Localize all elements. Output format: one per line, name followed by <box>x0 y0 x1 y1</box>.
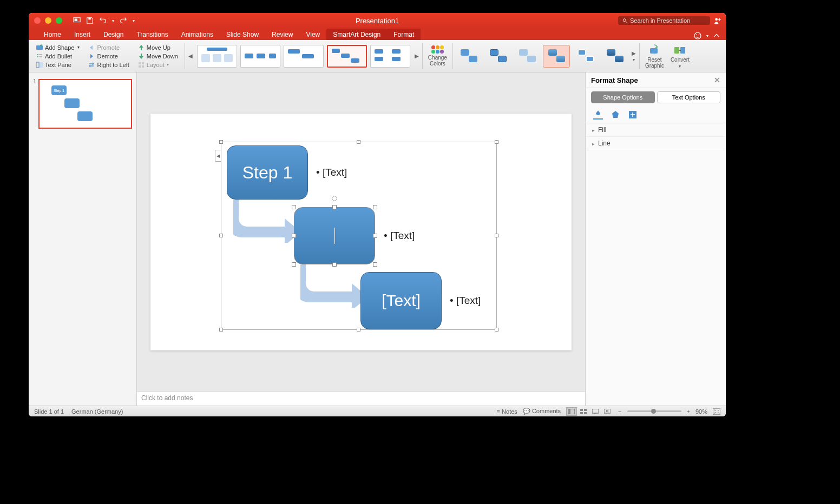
slide-counter[interactable]: Slide 1 of 1 <box>34 408 64 415</box>
change-colors-button[interactable]: Change Colors <box>425 45 450 67</box>
bullet-3[interactable]: • [Text] <box>450 295 481 307</box>
layout-thumb-1[interactable] <box>197 45 237 68</box>
style-thumb-4[interactable] <box>543 45 570 68</box>
effects-icon[interactable] <box>611 110 620 120</box>
layout-next-icon[interactable]: ▶ <box>414 45 420 67</box>
move-down-button[interactable]: Move Down <box>137 52 179 60</box>
move-up-button[interactable]: Move Up <box>137 44 179 51</box>
svg-rect-1 <box>75 19 77 21</box>
fill-line-icon[interactable] <box>593 110 603 120</box>
zoom-level[interactable]: 90% <box>695 408 707 415</box>
promote-button[interactable]: Promote <box>87 44 130 51</box>
presenter-view-icon[interactable] <box>73 17 81 24</box>
rotation-handle-icon[interactable] <box>332 196 337 201</box>
convert-button[interactable]: Convert▾ <box>667 44 693 69</box>
svg-point-7 <box>699 34 700 35</box>
zoom-slider[interactable] <box>627 410 681 412</box>
redo-icon[interactable] <box>120 17 127 24</box>
search-box[interactable] <box>618 16 710 25</box>
fill-section[interactable]: Fill <box>586 123 726 137</box>
style-thumb-2[interactable] <box>484 45 511 68</box>
style-thumb-6[interactable] <box>601 45 628 68</box>
collapse-ribbon-icon[interactable] <box>713 32 720 39</box>
text-pane-toggle-icon[interactable]: ◀ <box>215 150 221 162</box>
svg-point-6 <box>696 34 697 35</box>
comments-toggle[interactable]: 💬 Comments <box>523 408 561 415</box>
svg-rect-27 <box>584 409 587 411</box>
tab-review[interactable]: Review <box>265 29 299 40</box>
tab-view[interactable]: View <box>299 29 326 40</box>
feedback-icon[interactable] <box>693 31 702 40</box>
close-pane-icon[interactable]: ✕ <box>714 76 720 84</box>
share-icon[interactable] <box>713 17 721 25</box>
zoom-in-icon[interactable]: + <box>687 408 690 415</box>
add-shape-button[interactable]: Add Shape▾ <box>35 44 81 51</box>
format-pane-title: Format Shape <box>591 76 638 84</box>
tab-animations[interactable]: Animations <box>175 29 220 40</box>
save-icon[interactable] <box>86 17 94 24</box>
qat-customize-icon[interactable]: ▾ <box>133 18 135 23</box>
style-thumb-1[interactable] <box>455 45 482 68</box>
tab-smartart-design[interactable]: SmartArt Design <box>326 29 387 40</box>
reading-view-icon[interactable] <box>590 407 601 416</box>
smartart-step-3[interactable]: [Text] <box>360 272 442 329</box>
undo-icon[interactable] <box>99 17 107 24</box>
feedback-dropdown-icon[interactable]: ▾ <box>706 34 708 38</box>
minimize-button[interactable] <box>45 17 51 24</box>
slide-canvas[interactable]: ◀ Step 1 • [Text] <box>150 114 572 350</box>
svg-rect-31 <box>594 413 596 414</box>
reset-graphic-button[interactable]: Reset Graphic <box>642 44 667 69</box>
tab-slideshow[interactable]: Slide Show <box>220 29 265 40</box>
maximize-button[interactable] <box>56 17 62 24</box>
tab-design[interactable]: Design <box>97 29 130 40</box>
quick-access-toolbar: ▾ ▾ <box>73 17 135 24</box>
layout-thumb-4[interactable] <box>327 45 367 68</box>
bullet-1[interactable]: • [Text] <box>316 167 347 178</box>
rtl-button[interactable]: Right to Left <box>87 61 130 69</box>
style-thumb-3[interactable] <box>514 45 541 68</box>
notes-toggle[interactable]: ≡ Notes <box>497 408 517 415</box>
tab-format[interactable]: Format <box>387 29 421 40</box>
slide-thumbnail-1[interactable]: Step 1 <box>38 79 132 129</box>
text-pane-button[interactable]: Text Pane <box>35 61 81 69</box>
add-bullet-button[interactable]: Add Bullet <box>35 52 81 60</box>
svg-point-3 <box>623 18 626 21</box>
layout-thumb-2[interactable] <box>240 45 280 68</box>
smartart-step-2-editing[interactable] <box>294 207 375 264</box>
fit-window-icon[interactable] <box>713 408 720 415</box>
layout-thumb-5[interactable] <box>370 45 410 68</box>
bullet-2[interactable]: • [Text] <box>384 230 415 242</box>
layout-thumb-3[interactable] <box>284 45 324 68</box>
status-bar: Slide 1 of 1 German (Germany) ≡ Notes 💬 … <box>29 406 726 416</box>
language-label[interactable]: German (Germany) <box>71 408 123 415</box>
svg-rect-13 <box>36 62 39 68</box>
tab-home[interactable]: Home <box>37 29 68 40</box>
window-controls <box>34 17 62 24</box>
sorter-view-icon[interactable] <box>578 407 589 416</box>
slideshow-view-icon[interactable] <box>602 407 613 416</box>
layout-button[interactable]: Layout▾ <box>137 61 179 69</box>
text-options-tab[interactable]: Text Options <box>657 91 721 103</box>
text-cursor-icon <box>334 228 335 244</box>
svg-point-4 <box>715 18 718 21</box>
style-more-icon[interactable]: ▶▼ <box>631 45 637 67</box>
smartart-step-1[interactable]: Step 1 <box>227 145 308 200</box>
zoom-out-icon[interactable]: − <box>618 408 621 415</box>
line-section[interactable]: Line <box>586 137 726 150</box>
undo-dropdown-icon[interactable]: ▾ <box>112 18 114 23</box>
shape-options-tab[interactable]: Shape Options <box>591 91 655 103</box>
notes-input[interactable]: Click to add notes <box>137 392 585 406</box>
normal-view-icon[interactable] <box>566 407 577 416</box>
smartart-selection-frame[interactable]: ◀ Step 1 • [Text] <box>221 142 497 330</box>
search-input[interactable] <box>630 17 706 24</box>
style-thumb-5[interactable] <box>572 45 599 68</box>
layout-prev-icon[interactable]: ◀ <box>187 45 194 67</box>
tab-insert[interactable]: Insert <box>68 29 97 40</box>
size-properties-icon[interactable] <box>628 110 638 120</box>
tab-transitions[interactable]: Transitions <box>130 29 174 40</box>
ribbon: Add Shape▾ Add Bullet Text Pane Promote … <box>29 40 726 72</box>
demote-button[interactable]: Demote <box>87 52 130 60</box>
ribbon-tabs: Home Insert Design Transitions Animation… <box>29 28 726 40</box>
svg-point-9 <box>37 54 38 55</box>
close-button[interactable] <box>34 17 41 24</box>
